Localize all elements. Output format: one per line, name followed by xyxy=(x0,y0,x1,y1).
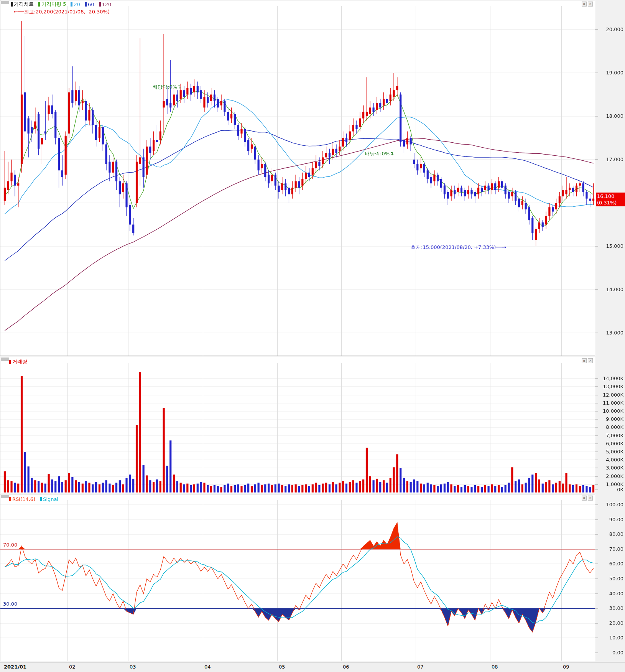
y-axis-label: 11,000K xyxy=(597,400,623,406)
low-annotation: 최저:15,000(2021/08/20, +7.33%)──→ xyxy=(411,244,506,251)
rsi-label: RSI(14,6) xyxy=(12,496,35,502)
y-axis-label: 20.00 xyxy=(597,620,623,626)
ma20-label: 20 xyxy=(74,2,80,7)
y-axis-label: 30.00 xyxy=(597,605,623,611)
y-axis-label: 5,000K xyxy=(597,449,623,455)
y-axis-label: 14,000K xyxy=(597,376,623,381)
y-axis-label: 4,000K xyxy=(597,457,623,463)
y-axis-label: 40.00 xyxy=(597,591,623,596)
y-axis-label: 6,000K xyxy=(597,441,623,446)
volume-panel-minimize-icon[interactable]: ▪ xyxy=(582,358,587,363)
y-axis-label: 50.00 xyxy=(597,576,623,581)
volume-panel-close-icon[interactable]: × xyxy=(588,358,593,363)
x-axis-label: 04 xyxy=(204,664,211,670)
volume-panel-handle[interactable] xyxy=(1,357,9,361)
y-axis-label: 0.00 xyxy=(597,650,623,656)
y-axis-label: 90.00 xyxy=(597,517,623,522)
current-price-badge: 16,100 (0.31%) xyxy=(596,193,625,206)
volume-legend: 거래량 xyxy=(9,359,27,365)
y-axis-label: 13,000 xyxy=(597,330,623,336)
x-axis-label: 09 xyxy=(563,664,569,670)
y-axis-label: 100.00 xyxy=(597,502,623,507)
legend-ma60[interactable]: 60 xyxy=(85,2,94,7)
ma120-label: 120 xyxy=(102,2,112,7)
y-axis-label: 12,000K xyxy=(597,392,623,398)
x-axis-label: 06 xyxy=(343,664,349,670)
y-axis-label: 2,000K xyxy=(597,473,623,479)
legend-ma120[interactable]: 120 xyxy=(99,2,112,7)
ma60-label: 60 xyxy=(88,2,94,7)
x-axis-label: 03 xyxy=(130,664,136,670)
legend-ma20[interactable]: 20 xyxy=(71,2,80,7)
high-annotation: ←──최고:20,200(2021/01/08, -20.30%) xyxy=(14,8,110,15)
volume-label: 거래량 xyxy=(12,358,27,365)
x-axis-label: 07 xyxy=(417,664,424,670)
y-axis-label: 70.00 xyxy=(597,546,623,552)
price-chart-marker xyxy=(11,2,13,7)
legend-volume[interactable]: 거래량 xyxy=(9,358,27,365)
ma5-label: 가격이평 5 xyxy=(41,1,66,8)
ma5-marker xyxy=(38,2,40,7)
rsi-upper-level-label: 70.00 xyxy=(3,542,17,548)
price-legend: 가격차트 가격이평 5 20 60 120 xyxy=(11,1,111,7)
x-axis-strip xyxy=(0,662,625,672)
y-axis-label: 80.00 xyxy=(597,531,623,537)
ma20-marker xyxy=(71,2,72,7)
y-axis-label: 18,000 xyxy=(597,113,623,119)
y-axis-label: 7,000K xyxy=(597,433,623,438)
ex-dividend-annotation-2: 배당락:0%↴ xyxy=(365,150,394,157)
y-axis-label: 19,000 xyxy=(597,70,623,76)
legend-signal[interactable]: Signal xyxy=(40,496,58,502)
signal-marker xyxy=(40,497,42,501)
rsi-panel-handle[interactable] xyxy=(1,495,9,498)
ma60-marker xyxy=(85,2,87,7)
price-chart-label: 가격차트 xyxy=(14,1,34,8)
y-axis-label: 15,000 xyxy=(597,243,623,249)
legend-rsi[interactable]: RSI(14,6) xyxy=(9,496,35,502)
y-axis-label: 3,000K xyxy=(597,465,623,471)
price-panel-minimize-icon[interactable]: ▪ xyxy=(582,2,587,7)
current-price: 16,100 xyxy=(597,193,625,199)
ex-dividend-annotation-1: 배당락:0%↴ xyxy=(153,84,181,91)
y-axis-label: 9,000K xyxy=(597,416,623,422)
legend-price-chart[interactable]: 가격차트 xyxy=(11,1,34,8)
ma120-marker xyxy=(99,2,101,7)
chart-window: 가격차트 가격이평 5 20 60 120 거래량 RSI(14,6) xyxy=(0,0,625,672)
chart-canvas[interactable] xyxy=(0,0,625,672)
x-axis-label: 02 xyxy=(69,664,76,670)
y-axis-label: 1,000K xyxy=(597,481,623,487)
y-axis-label: 0K xyxy=(597,487,623,492)
x-axis-label: 2021/01 xyxy=(4,664,26,670)
y-axis-label: 13,000K xyxy=(597,384,623,389)
rsi-panel-close-icon[interactable]: × xyxy=(588,496,593,501)
y-axis-label: 8,000K xyxy=(597,424,623,430)
x-axis-label: 05 xyxy=(279,664,285,670)
rsi-panel-minimize-icon[interactable]: ▪ xyxy=(582,496,587,501)
price-panel-handle[interactable] xyxy=(1,1,9,4)
rsi-lower-level-label: 30.00 xyxy=(3,601,17,607)
rsi-legend: RSI(14,6) Signal xyxy=(9,496,58,502)
y-axis-label: 14,000 xyxy=(597,287,623,292)
y-axis-label: 10,000K xyxy=(597,408,623,414)
y-axis-label: 20,000 xyxy=(597,26,623,32)
rsi-marker xyxy=(9,497,11,501)
price-panel-close-icon[interactable]: × xyxy=(588,2,593,7)
legend-ma5[interactable]: 가격이평 5 xyxy=(38,1,66,8)
x-axis-label: 08 xyxy=(492,664,498,670)
current-change: (0.31%) xyxy=(597,199,625,206)
y-axis-label: 17,000 xyxy=(597,156,623,162)
signal-label: Signal xyxy=(43,496,58,502)
y-axis-label: 60.00 xyxy=(597,561,623,567)
y-axis-label: 10.00 xyxy=(597,635,623,641)
volume-marker xyxy=(9,360,11,364)
